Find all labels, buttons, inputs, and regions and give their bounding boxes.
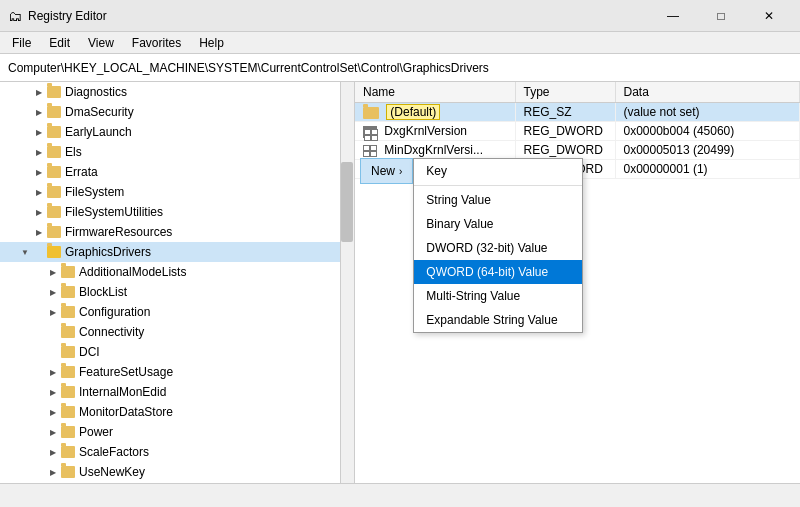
tree-item-diagnostics[interactable]: ▶ Diagnostics xyxy=(0,82,354,102)
expand-arrow: ▶ xyxy=(46,425,60,439)
minimize-button[interactable]: — xyxy=(650,0,696,32)
expand-arrow: ▶ xyxy=(32,125,46,139)
tree-scrollbar[interactable] xyxy=(340,82,354,483)
new-arrow-icon: › xyxy=(399,166,402,177)
tree-item-blocklist[interactable]: ▶ BlockList xyxy=(0,282,354,302)
folder-icon xyxy=(46,205,62,219)
status-bar xyxy=(0,483,800,507)
expand-arrow: ▶ xyxy=(32,145,46,159)
new-submenu-item-qword[interactable]: QWORD (64-bit) Value xyxy=(414,260,582,284)
expand-arrow: ▶ xyxy=(32,165,46,179)
new-submenu-item-string[interactable]: String Value xyxy=(414,188,582,212)
menu-edit[interactable]: Edit xyxy=(41,34,78,52)
col-type: Type xyxy=(515,82,615,103)
tree-item-power[interactable]: ▶ Power xyxy=(0,422,354,442)
new-submenu: Key String Value Binary Value DWORD (32-… xyxy=(413,158,583,333)
svg-rect-9 xyxy=(371,152,376,156)
close-button[interactable]: ✕ xyxy=(746,0,792,32)
folder-icon xyxy=(60,465,76,479)
expand-arrow: ▶ xyxy=(46,445,60,459)
maximize-button[interactable]: □ xyxy=(698,0,744,32)
table-row[interactable]: DxgKrnlVersion REG_DWORD 0x0000b004 (450… xyxy=(355,122,800,141)
expand-arrow: ▶ xyxy=(32,185,46,199)
address-path: Computer\HKEY_LOCAL_MACHINE\SYSTEM\Curre… xyxy=(8,61,489,75)
right-panel: Name Type Data (Default) REG_SZ (value n… xyxy=(355,82,800,483)
table-row[interactable]: MinDxgKrnlVersi... REG_DWORD 0x00005013 … xyxy=(355,141,800,160)
folder-icon xyxy=(60,305,76,319)
tree-item-scalefactors[interactable]: ▶ ScaleFactors xyxy=(0,442,354,462)
svg-rect-4 xyxy=(372,136,377,140)
new-submenu-item-expandable[interactable]: Expandable String Value xyxy=(414,308,582,332)
table-row[interactable]: (Default) REG_SZ (value not set) xyxy=(355,103,800,122)
svg-rect-7 xyxy=(371,146,376,150)
default-value-label: (Default) xyxy=(386,104,440,120)
svg-rect-6 xyxy=(364,146,369,150)
expand-arrow: ▶ xyxy=(32,85,46,99)
svg-rect-8 xyxy=(364,152,369,156)
expand-arrow: ▶ xyxy=(46,465,60,479)
folder-icon xyxy=(60,285,76,299)
folder-icon xyxy=(46,185,62,199)
tree-item-filesystem[interactable]: ▶ FileSystem xyxy=(0,182,354,202)
tree-item-dmasecurity[interactable]: ▶ DmaSecurity xyxy=(0,102,354,122)
new-menu-container: New › Key String Value Binary Value DWOR… xyxy=(360,158,583,333)
folder-icon xyxy=(60,405,76,419)
expand-arrow: ▼ xyxy=(18,245,32,259)
expand-arrow: ▶ xyxy=(46,385,60,399)
tree-item-filesystemutilities[interactable]: ▶ FileSystemUtilities xyxy=(0,202,354,222)
tree-item-els[interactable]: ▶ Els xyxy=(0,142,354,162)
tree-item-graphicsdrivers[interactable]: ▼ GraphicsDrivers xyxy=(0,242,354,262)
folder-icon xyxy=(60,445,76,459)
tree-panel: ▶ Diagnostics ▶ DmaSecurity ▶ EarlyLaunc… xyxy=(0,82,355,483)
menu-help[interactable]: Help xyxy=(191,34,232,52)
svg-rect-1 xyxy=(365,130,370,134)
tree-item-grouporderlist[interactable]: ▶ GroupOrderList xyxy=(0,482,354,483)
folder-icon xyxy=(46,105,62,119)
folder-icon xyxy=(46,125,62,139)
folder-icon xyxy=(60,365,76,379)
separator xyxy=(414,185,582,186)
menu-bar: File Edit View Favorites Help xyxy=(0,32,800,54)
tree-item-errata[interactable]: ▶ Errata xyxy=(0,162,354,182)
address-bar: Computer\HKEY_LOCAL_MACHINE\SYSTEM\Curre… xyxy=(0,54,800,82)
tree-item-additionalmodelists[interactable]: ▶ AdditionalModeLists xyxy=(0,262,354,282)
tree-item-connectivity[interactable]: ▶ Connectivity xyxy=(0,322,354,342)
new-submenu-item-dword[interactable]: DWORD (32-bit) Value xyxy=(414,236,582,260)
folder-icon xyxy=(60,425,76,439)
app-icon: 🗂 xyxy=(8,8,22,24)
expand-arrow: ▶ xyxy=(46,305,60,319)
title-bar: 🗂 Registry Editor — □ ✕ xyxy=(0,0,800,32)
new-submenu-item-key[interactable]: Key xyxy=(414,159,582,183)
expand-arrow: ▶ xyxy=(46,265,60,279)
main-area: ▶ Diagnostics ▶ DmaSecurity ▶ EarlyLaunc… xyxy=(0,82,800,483)
new-button-label: New xyxy=(371,164,395,178)
tree-item-featuresetusage[interactable]: ▶ FeatureSetUsage xyxy=(0,362,354,382)
svg-rect-2 xyxy=(372,130,377,134)
new-submenu-item-binary[interactable]: Binary Value xyxy=(414,212,582,236)
folder-icon xyxy=(60,345,76,359)
folder-icon xyxy=(46,85,62,99)
folder-icon xyxy=(46,165,62,179)
expand-arrow: ▶ xyxy=(46,405,60,419)
tree-item-earlylaunch[interactable]: ▶ EarlyLaunch xyxy=(0,122,354,142)
tree-scroll[interactable]: ▶ Diagnostics ▶ DmaSecurity ▶ EarlyLaunc… xyxy=(0,82,354,483)
tree-item-configuration[interactable]: ▶ Configuration xyxy=(0,302,354,322)
tree-scrollbar-thumb[interactable] xyxy=(341,162,353,242)
tree-item-internalmonedid[interactable]: ▶ InternalMonEdid xyxy=(0,382,354,402)
expand-arrow: ▶ xyxy=(32,205,46,219)
menu-file[interactable]: File xyxy=(4,34,39,52)
folder-icon xyxy=(46,225,62,239)
tree-item-monitordatastore[interactable]: ▶ MonitorDataStore xyxy=(0,402,354,422)
new-button[interactable]: New › xyxy=(360,158,413,184)
new-submenu-item-multistring[interactable]: Multi-String Value xyxy=(414,284,582,308)
col-name: Name xyxy=(355,82,515,103)
folder-icon xyxy=(60,265,76,279)
tree-item-firmwareresources[interactable]: ▶ FirmwareResources xyxy=(0,222,354,242)
folder-icon xyxy=(46,245,62,259)
folder-icon xyxy=(60,325,76,339)
menu-favorites[interactable]: Favorites xyxy=(124,34,189,52)
menu-view[interactable]: View xyxy=(80,34,122,52)
expand-arrow: ▶ xyxy=(32,105,46,119)
tree-item-usenewkey[interactable]: ▶ UseNewKey xyxy=(0,462,354,482)
tree-item-dci[interactable]: ▶ DCI xyxy=(0,342,354,362)
